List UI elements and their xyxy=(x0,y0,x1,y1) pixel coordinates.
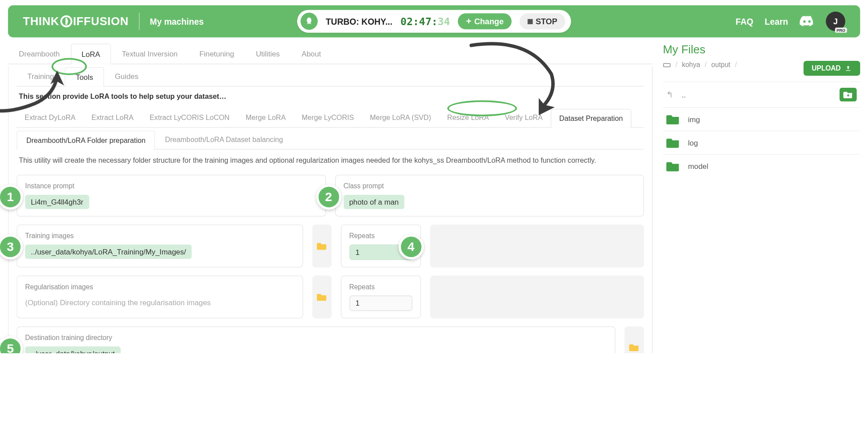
field-label: Instance prompt xyxy=(25,182,317,190)
field-value: Li4m_G4ll4gh3r xyxy=(25,195,89,209)
drive-icon xyxy=(663,61,671,68)
tool-tab-dataset-preparation[interactable]: Dataset Preparation xyxy=(551,109,631,128)
file-name: model xyxy=(688,162,708,170)
topbar: THINK IFFUSION My machines TURBO: KOHY..… xyxy=(8,5,860,37)
training-images-field[interactable]: Training images ../user_data/kohya/LoRA_… xyxy=(17,224,303,267)
field-label: Destination training directory xyxy=(25,334,607,342)
folder-icon xyxy=(316,293,326,301)
tool-tab-merge-lora[interactable]: Merge LoRA xyxy=(237,108,293,127)
browse-folder-button[interactable] xyxy=(624,326,644,353)
tool-tab-verify-lora[interactable]: Verify LoRA xyxy=(497,108,551,127)
class-prompt-field[interactable]: Class prompt photo of a man 2 xyxy=(335,175,644,217)
logo[interactable]: THINK IFFUSION xyxy=(23,15,129,28)
top-tabs: DreamboothLoRATextual InversionFinetunin… xyxy=(8,43,653,64)
files-row-img[interactable]: img xyxy=(663,107,860,131)
sub-tab-tools[interactable]: Tools xyxy=(65,67,104,86)
annotation-badge-3: 3 xyxy=(0,234,23,259)
logo-thin: IFFUSION xyxy=(73,15,129,28)
files-row-model[interactable]: model xyxy=(663,154,860,177)
top-tab-textual-inversion[interactable]: Textual Inversion xyxy=(111,43,189,64)
files-row-log[interactable]: log xyxy=(663,131,860,154)
faq-link[interactable]: FAQ xyxy=(736,16,753,26)
inner-tab-dreambooth-lora-folder-preparation[interactable]: Dreambooth/LoRA Folder preparation xyxy=(17,131,156,149)
folder-icon xyxy=(629,343,639,351)
field-label: Regularisation images xyxy=(25,283,294,291)
avatar-badge: PRO xyxy=(835,28,847,33)
top-tab-finetuning[interactable]: Finetuning xyxy=(189,43,245,64)
section-description: This section provide LoRA tools to help … xyxy=(17,86,644,108)
tool-tab-extract-dylora[interactable]: Extract DyLoRA xyxy=(17,108,84,127)
field-label: Training images xyxy=(25,232,294,240)
back-icon: ↰ xyxy=(666,90,674,100)
field-value: 1 xyxy=(349,295,412,311)
top-tab-lora[interactable]: LoRA xyxy=(70,44,111,64)
spacer xyxy=(430,224,644,267)
discord-icon[interactable] xyxy=(800,15,815,27)
machine-name: TURBO: KOHY... xyxy=(326,16,392,26)
stop-button[interactable]: STOP xyxy=(519,13,565,29)
files-parent-row[interactable]: ↰ .. xyxy=(663,82,860,107)
my-machines-link[interactable]: My machines xyxy=(150,16,204,26)
annotation-badge-1: 1 xyxy=(0,184,23,209)
regularisation-images-field[interactable]: Regularisation images (Optional) Directo… xyxy=(17,276,303,318)
tool-tab-extract-lycoris-locon[interactable]: Extract LyCORIS LoCON xyxy=(141,108,237,127)
tool-tabs: Extract DyLoRAExtract LoRAExtract LyCORI… xyxy=(17,108,644,128)
upload-button[interactable]: UPLOAD xyxy=(804,61,860,76)
rocket-icon xyxy=(300,13,318,30)
folder-icon xyxy=(666,113,680,125)
tool-tab-extract-lora[interactable]: Extract LoRA xyxy=(83,108,141,127)
instance-prompt-field[interactable]: Instance prompt Li4m_G4ll4gh3r 1 xyxy=(17,175,326,217)
logo-separator xyxy=(139,13,139,30)
sub-tab-guides[interactable]: Guides xyxy=(104,67,149,86)
top-tab-about[interactable]: About xyxy=(291,43,332,64)
svg-rect-1 xyxy=(664,64,670,67)
breadcrumb-item[interactable]: kohya xyxy=(682,61,701,69)
utility-description: This utility will create the necessary f… xyxy=(17,149,644,175)
repeats-field-1[interactable]: Repeats 1 4 xyxy=(341,224,421,267)
avatar[interactable]: J PRO xyxy=(826,11,845,31)
logo-thick: THINK xyxy=(23,15,59,28)
new-folder-button[interactable] xyxy=(839,88,857,101)
tool-tab-resize-lora[interactable]: Resize LoRA xyxy=(439,108,497,127)
annotation-badge-2: 2 xyxy=(316,184,341,209)
inner-tab-dreambooth-lora-dataset-balancing[interactable]: Dreambooth/LoRA Dataset balancing xyxy=(155,130,293,149)
browse-folder-button[interactable] xyxy=(312,224,331,267)
inner-tabs: Dreambooth/LoRA Folder preparationDreamb… xyxy=(17,130,644,149)
field-label: Class prompt xyxy=(343,182,635,190)
tool-tab-merge-lycoris[interactable]: Merge LyCORIS xyxy=(294,108,362,127)
logo-d-icon xyxy=(60,15,73,28)
top-tab-utilities[interactable]: Utilities xyxy=(245,43,291,64)
files-title: My Files xyxy=(663,43,860,56)
file-name: img xyxy=(688,115,700,123)
change-button[interactable]: +Change xyxy=(458,13,512,29)
stop-icon xyxy=(528,19,533,24)
repeats-field-2[interactable]: Repeats 1 xyxy=(341,276,421,318)
learn-link[interactable]: Learn xyxy=(765,16,788,26)
files-breadcrumb: / kohya / output / xyxy=(663,61,737,69)
files-panel: My Files / kohya / output / UPLOAD ↰ .. … xyxy=(663,43,860,178)
timer: 02:47:34 xyxy=(401,15,450,27)
destination-directory-field[interactable]: Destination training directory ../user_d… xyxy=(17,326,616,353)
upload-icon xyxy=(844,65,852,72)
parent-dir-label: .. xyxy=(682,90,686,99)
sub-tab-training[interactable]: Training xyxy=(17,67,65,86)
spacer xyxy=(430,276,644,318)
top-tab-dreambooth[interactable]: Dreambooth xyxy=(8,43,70,64)
file-name: log xyxy=(688,138,698,147)
field-value: ../user_data/kohya/LoRA_Training/My_Imag… xyxy=(25,245,192,259)
browse-folder-button[interactable] xyxy=(312,276,331,318)
field-value: ../user_data/kohya/output xyxy=(25,347,120,353)
folder-icon xyxy=(316,242,326,250)
machine-pill: TURBO: KOHY... 02:47:34 +Change STOP xyxy=(297,10,571,33)
folder-icon xyxy=(666,137,680,149)
tool-tab-merge-lora-svd-[interactable]: Merge LoRA (SVD) xyxy=(362,108,439,127)
sub-tabs: TrainingToolsGuides xyxy=(17,67,644,86)
field-placeholder: (Optional) Directory containing the regu… xyxy=(25,295,294,310)
annotation-badge-5: 5 xyxy=(0,336,23,353)
annotation-badge-4: 4 xyxy=(398,234,423,259)
field-value: photo of a man xyxy=(343,195,404,209)
main-panel: DreamboothLoRATextual InversionFinetunin… xyxy=(8,43,653,353)
breadcrumb-item[interactable]: output xyxy=(711,61,730,69)
folder-icon xyxy=(666,161,680,172)
field-label: Repeats xyxy=(349,283,412,291)
